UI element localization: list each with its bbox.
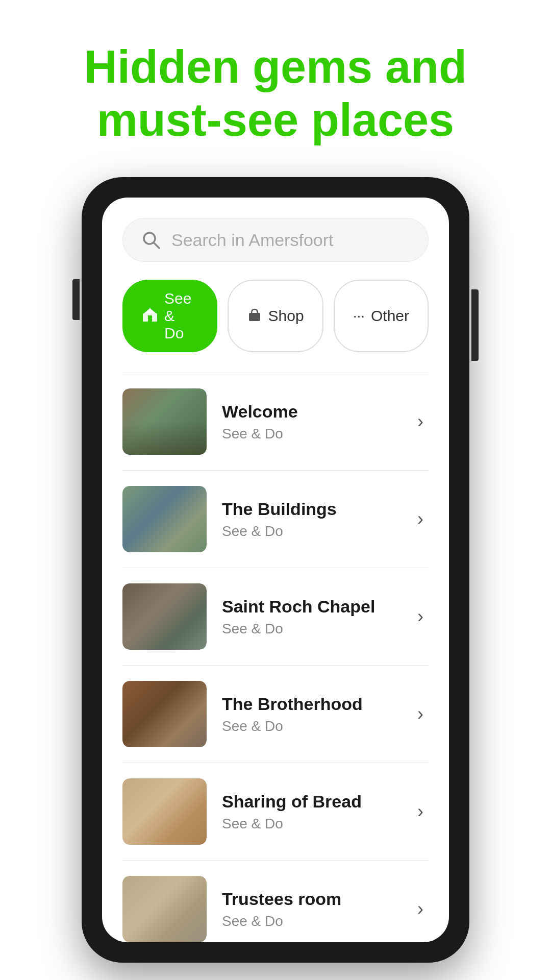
item-subtitle: See & Do [222,718,402,734]
filter-tab-see-do[interactable]: See & Do [122,280,217,352]
shop-icon [247,307,262,326]
item-image-chapel [122,583,207,650]
item-title: Saint Roch Chapel [222,597,402,617]
chevron-right-icon: › [417,898,423,920]
item-text-buildings: The Buildings See & Do [222,499,402,540]
hero-title: Hidden gems and must-see places [0,0,551,177]
svg-rect-4 [148,315,152,322]
list-item[interactable]: The Brotherhood See & Do › [122,666,429,763]
list-item[interactable]: Trustees room See & Do › [122,861,429,942]
item-image-trustees [122,876,207,942]
filter-tab-see-do-label: See & Do [164,290,198,342]
svg-marker-6 [149,307,151,310]
svg-line-1 [154,242,159,248]
phone-wrapper: Search in Amersfoort [0,177,551,963]
item-subtitle: See & Do [222,426,402,442]
item-title: The Brotherhood [222,694,402,714]
item-title: Sharing of Bread [222,792,402,812]
item-subtitle: See & Do [222,816,402,832]
chevron-right-icon: › [417,411,423,432]
other-icon: ··· [353,308,365,324]
list-container: Welcome See & Do › The Buildings See & D… [122,373,429,942]
search-bar[interactable]: Search in Amersfoort [122,218,429,262]
item-title: Welcome [222,402,402,422]
search-placeholder: Search in Amersfoort [171,230,333,250]
item-image-welcome [122,388,207,455]
item-title: The Buildings [222,499,402,519]
search-icon [141,230,161,250]
chevron-right-icon: › [417,508,423,530]
item-subtitle: See & Do [222,523,402,540]
filter-tab-shop[interactable]: Shop [228,280,323,352]
list-item[interactable]: Welcome See & Do › [122,373,429,471]
item-text-trustees: Trustees room See & Do [222,889,402,929]
phone-screen: Search in Amersfoort [102,198,449,942]
svg-rect-7 [249,313,260,321]
item-text-brotherhood: The Brotherhood See & Do [222,694,402,734]
item-subtitle: See & Do [222,913,402,929]
chevron-right-icon: › [417,801,423,822]
chevron-right-icon: › [417,703,423,725]
item-image-brotherhood [122,681,207,747]
list-item[interactable]: Sharing of Bread See & Do › [122,763,429,861]
item-text-bread: Sharing of Bread See & Do [222,792,402,832]
phone-frame: Search in Amersfoort [82,177,469,963]
item-text-chapel: Saint Roch Chapel See & Do [222,597,402,637]
screen-content: Search in Amersfoort [102,198,449,942]
item-text-welcome: Welcome See & Do [222,402,402,442]
item-title: Trustees room [222,889,402,909]
see-do-icon [142,306,158,326]
filter-tab-other[interactable]: ··· Other [334,280,429,352]
filter-tabs: See & Do Shop ··· Other [122,280,429,352]
chevron-right-icon: › [417,606,423,627]
svg-rect-5 [149,310,151,313]
filter-tab-shop-label: Shop [268,307,304,325]
item-subtitle: See & Do [222,621,402,637]
item-image-buildings [122,486,207,552]
filter-tab-other-label: Other [371,307,409,325]
list-item[interactable]: The Buildings See & Do › [122,471,429,568]
item-image-bread [122,778,207,845]
list-item[interactable]: Saint Roch Chapel See & Do › [122,568,429,666]
